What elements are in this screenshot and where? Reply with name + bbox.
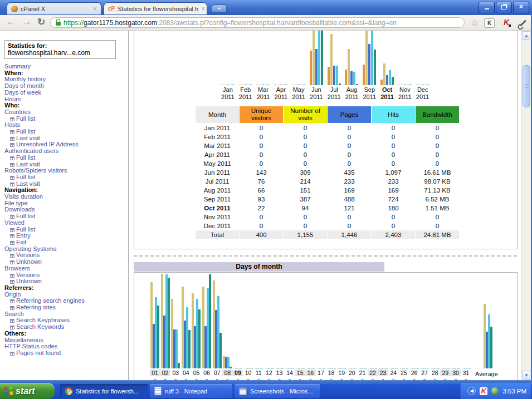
tab-cpanel[interactable]: cPanel X × [7, 2, 101, 14]
day-bar-group [213, 280, 222, 368]
sidebar-link[interactable]: Hours [4, 96, 128, 103]
close-button[interactable]: × [513, 2, 529, 13]
chart-bar [198, 309, 201, 368]
chart-bar [404, 85, 406, 85]
day-bar-group [368, 368, 377, 368]
chart-bar [398, 85, 401, 85]
chart-bar [259, 85, 261, 85]
value-cell: 0 [240, 150, 283, 159]
restore-button[interactable] [496, 2, 512, 13]
days-of-month-title: Days of month [134, 262, 384, 272]
tray-chevron-icon[interactable]: ◀ [467, 387, 476, 395]
tab-close-icon[interactable]: × [201, 6, 205, 12]
chart-bar [219, 333, 222, 368]
month-name: Jan [219, 86, 237, 93]
table-icon [10, 254, 14, 258]
table-column-header: Uniquevisitors [240, 106, 283, 123]
value-cell: 0 [416, 213, 459, 221]
forward-icon[interactable]: → [20, 16, 33, 27]
bookmark-star-icon[interactable]: ☆ [469, 17, 480, 28]
month-bar-group [290, 85, 308, 85]
month-bar-group [378, 63, 396, 85]
sidebar-link[interactable]: Pages not found [4, 350, 128, 357]
value-cell: 93 [240, 195, 283, 203]
day-label: 28 [429, 370, 440, 376]
value-cell: 0 [372, 221, 415, 230]
table-column-header: Bandwidth [416, 106, 459, 123]
value-cell: 0 [416, 141, 459, 150]
chart-bar [303, 85, 305, 85]
kaspersky-tray-icon[interactable]: K [480, 387, 487, 395]
value-cell: 0 [416, 132, 459, 141]
chart-bar [427, 368, 429, 368]
sidebar-item-label: Downloads [4, 206, 35, 213]
value-cell: 214 [284, 177, 327, 185]
month-name: Jul [325, 86, 343, 93]
wrench-menu-icon[interactable] [520, 19, 526, 26]
sidebar-item-label: Referring sites [16, 304, 56, 311]
day-labels-row: 0102030405060708091011121314151617181920… [134, 370, 517, 377]
back-icon[interactable]: ← [4, 16, 18, 27]
scroll-down-icon[interactable]: ▼ [523, 371, 530, 380]
chart-bar [363, 65, 365, 85]
chart-bar [245, 85, 247, 85]
sidebar-item-label: File type [4, 200, 28, 206]
new-tab-button[interactable]: + [212, 4, 227, 12]
value-cell: 22 [240, 204, 283, 212]
chart-bar [437, 368, 440, 368]
day-bar-group [161, 274, 170, 368]
month-label: Mar2011 [255, 86, 272, 101]
chart-bar [240, 368, 242, 368]
value-cell: 488 [328, 195, 371, 203]
sidebar-item-label: Full list [16, 128, 35, 135]
sidebar-item-label: Full list [16, 213, 35, 219]
sidebar-item-label: Unknown [16, 258, 42, 265]
month-cell: Aug 2011 [196, 186, 239, 194]
day-bar-group [316, 368, 325, 368]
sidebar-link[interactable]: Days of week [4, 90, 128, 96]
minimize-button[interactable] [479, 2, 495, 13]
chart-bar [323, 368, 325, 368]
value-cell: 143 [240, 168, 283, 176]
reload-icon[interactable]: ↻ [35, 16, 48, 28]
month-year: 2011 [308, 93, 325, 101]
month-year: 2011 [255, 93, 272, 101]
address-bar[interactable]: https://gator1175.hostgator.com:2083/aws… [50, 17, 465, 28]
day-label: 25 [398, 370, 409, 376]
taskbar-button-screenshots[interactable]: Screenshots - Micros... [235, 384, 320, 398]
taskbar-button-notepad[interactable]: ruff 3 - Notepad [150, 384, 232, 398]
table-icon [10, 183, 14, 186]
sidebar-item-label: Robots/Spiders visitors [4, 167, 67, 174]
scroll-up-icon[interactable]: ▲ [523, 31, 530, 40]
monthly-history-table: MonthUniquevisitorsNumber ofvisitsPagesH… [195, 106, 460, 239]
kaspersky-icon[interactable]: K [502, 18, 511, 27]
total-cell: Total [196, 230, 239, 239]
month-label: Jun2011 [308, 86, 325, 101]
scrollbar-thumb[interactable] [523, 65, 530, 107]
sidebar-item-label: Operating Systems [4, 245, 57, 252]
taskbar-button-chrome[interactable]: Statistics for flowersh... [60, 384, 148, 398]
tab-label: Statistics for flowershospital.h [118, 6, 198, 12]
tab-close-icon[interactable]: × [93, 6, 97, 12]
sidebar-item-label: Full list [16, 115, 35, 122]
day-bar-group [192, 293, 201, 368]
value-cell: 0 [284, 213, 327, 221]
vertical-scrollbar[interactable]: ▲ ▼ [521, 31, 531, 380]
desktop: { "browser": { "tabs": [ {"label": "cPan… [0, 0, 532, 399]
chart-bar [334, 368, 336, 368]
sidebar-link[interactable]: Full list [4, 116, 128, 122]
chart-bar [277, 85, 279, 85]
sidebar-item-label: Last visit [16, 135, 40, 141]
chart-bar [267, 85, 270, 85]
tab-statistics[interactable]: cP Statistics for flowershospital.h × [104, 2, 207, 14]
chart-bar [417, 368, 419, 368]
k-extension-icon[interactable]: K [484, 18, 495, 28]
day-label: 03 [170, 370, 181, 376]
value-cell: 435 [328, 168, 371, 176]
chart-bar [353, 72, 355, 85]
month-cell: Dec 2011 [196, 221, 239, 230]
day-bar-group [420, 368, 429, 368]
start-button[interactable]: start [0, 383, 55, 399]
month-label: Feb2011 [237, 86, 255, 101]
antivirus-shield-icon[interactable] [491, 387, 499, 395]
